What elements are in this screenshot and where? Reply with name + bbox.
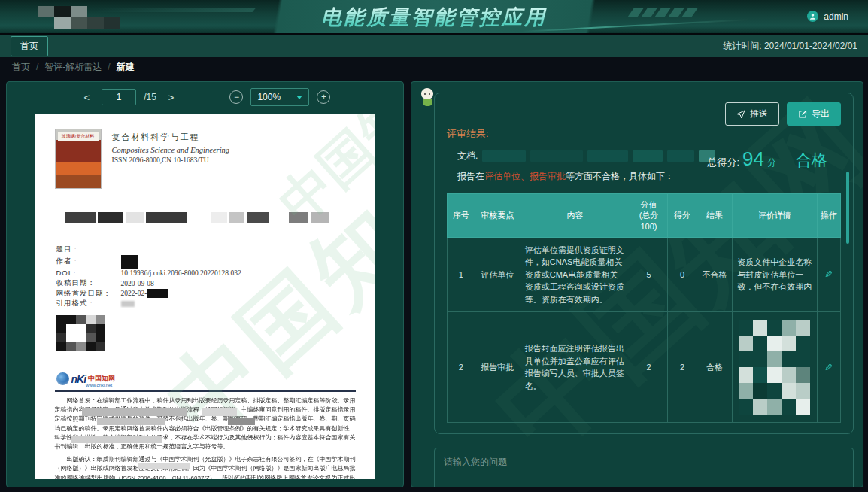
breadcrumb-separator: /	[108, 62, 110, 72]
zoom-level-value: 100%	[257, 92, 281, 102]
edit-icon[interactable]: ✎	[824, 267, 833, 282]
redaction-block	[530, 150, 583, 162]
failed-aspects: 评估单位、报告审批	[484, 171, 566, 181]
document-body-text: 网络首发：在编辑部工作流程中，稿件从录用到出版要经历录用定稿、排版定稿、整期汇编…	[55, 396, 356, 480]
redacted-stamp-image	[739, 320, 810, 415]
cnki-globe-icon	[56, 372, 69, 385]
breadcrumb: 首页 / 智评-解析雷达 / 新建	[0, 57, 868, 77]
paragraph-2: 出版确认：纸质期刊编辑部通过与《中国学术期刊（光盘版）》电子杂志社有限公司签约，…	[55, 455, 356, 479]
redaction-block	[482, 150, 526, 162]
field-value: 2022-02-	[121, 290, 147, 297]
col-content: 内容	[520, 194, 630, 238]
journal-cover-image: 玻璃钢/复合材料	[55, 129, 102, 189]
col-result: 结果	[697, 194, 733, 238]
redacted-title-blocks	[65, 211, 356, 223]
field-label: 引用格式：	[56, 299, 121, 308]
app-header: 导航 电能质量智能管控应用 admin	[0, 0, 868, 35]
export-button[interactable]: 导出	[787, 102, 841, 126]
redaction-block	[97, 418, 165, 425]
zoom-in-button[interactable]: +	[317, 90, 330, 104]
result-status: 不合格	[697, 237, 733, 312]
redacted-qr-block	[56, 315, 105, 351]
redaction-block	[667, 150, 694, 162]
journal-issn: ISSN 2096-8000,CN 10-1683/TU	[112, 156, 230, 164]
document-metadata: 题目： 作者： DOI：10.19936/j.cnki.2096-8000.20…	[56, 244, 356, 309]
field-value: 10.19936/j.cnki.2096-8000.20220128.032	[121, 269, 241, 277]
redaction-block	[82, 408, 187, 416]
scrollbar-thumb[interactable]	[846, 172, 849, 244]
doc-label: 文档.	[457, 150, 478, 162]
field-value: 2020-09-08	[121, 280, 154, 287]
result-status: 合格	[697, 312, 733, 423]
cnki-url: www.cnki.net	[86, 383, 112, 387]
redaction-block	[147, 289, 168, 298]
review-table: 序号 审核要点 内容 分值(总分100) 得分 结果 评价详情 操作 1 评估单…	[447, 193, 841, 423]
table-header-row: 序号 审核要点 内容 分值(总分100) 得分 结果 评价详情 操作	[448, 194, 841, 238]
breadcrumb-current: 新建	[117, 61, 135, 74]
stat-bar: 首页 统计时间: 2024/01/01-2024/02/01	[0, 35, 868, 57]
main-content: < /15 > − 100% + 中国知网 中国知网 玻璃钢/复合材料 复合材料…	[0, 77, 868, 492]
total-score: 总得分: 94 分 合格	[707, 147, 827, 171]
cnki-latin: nKi	[71, 373, 86, 385]
review-result-card: 推送 导出 评审结果: 文档. 报告在评估单位、报告审批等方面不合格，具体如下：	[434, 93, 854, 434]
next-page-button[interactable]: >	[164, 90, 179, 105]
col-detail: 评价详情	[733, 194, 817, 238]
table-row: 2 报告审批 报告封面应注明评估报告出具单位并加盖公章应有评估报告编写人员、审批…	[448, 312, 841, 423]
score-value: 94	[742, 147, 764, 171]
divider	[55, 390, 356, 392]
journal-header: 玻璃钢/复合材料 复合材料科学与工程 Composites Science an…	[55, 129, 356, 189]
review-result-label: 评审结果:	[447, 127, 841, 141]
page-total: /15	[144, 92, 156, 102]
field-label: 网络首发日期：	[56, 289, 121, 299]
review-panel: 中国知网 推送 导出 评审结果: 文档.	[411, 81, 863, 487]
redaction-block	[71, 436, 162, 443]
page-number-input[interactable]	[102, 89, 136, 105]
viewer-toolbar: < /15 > − 100% +	[7, 82, 403, 109]
export-icon	[798, 110, 807, 119]
table-row: 1 评估单位 评估单位需提供资质证明文件，如CNAS电能质量相关资质或CMA电能…	[448, 237, 841, 312]
redaction-block	[138, 463, 190, 469]
send-icon	[736, 110, 745, 119]
app-title: 电能质量智能管控应用	[321, 4, 547, 31]
cnki-logo: nKi 中国知网 www.cnki.net	[56, 371, 356, 387]
col-score-max: 分值(总分100)	[630, 194, 668, 238]
redaction-block	[228, 418, 255, 425]
field-label: 收稿日期：	[56, 278, 121, 288]
redaction-block	[587, 150, 628, 162]
journal-cover-label: 玻璃钢/复合材料	[58, 132, 99, 141]
push-button[interactable]: 推送	[725, 102, 779, 126]
user-menu[interactable]: admin	[807, 11, 848, 22]
question-input[interactable]	[435, 448, 853, 487]
question-input-box	[434, 448, 854, 487]
chevron-down-icon	[296, 96, 302, 99]
field-label: 作者：	[56, 257, 121, 266]
field-label: DOI：	[56, 269, 121, 278]
redaction-block	[121, 255, 138, 269]
redaction-block	[202, 408, 237, 416]
review-summary: 报告在评估单位、报告审批等方面不合格，具体如下：	[457, 170, 841, 183]
tab-home[interactable]: 首页	[11, 36, 48, 56]
stat-time: 统计时间: 2024/01/01-2024/02/01	[723, 40, 857, 53]
col-point: 审核要点	[475, 194, 520, 238]
prev-page-button[interactable]: <	[80, 90, 95, 105]
journal-title-cn: 复合材料科学与工程	[112, 132, 230, 143]
header-decoration-left	[94, 8, 256, 12]
document-page[interactable]: 中国知网 中国知网 玻璃钢/复合材料 复合材料科学与工程 Composites …	[35, 114, 375, 479]
username: admin	[824, 11, 848, 22]
col-action: 操作	[817, 194, 840, 238]
header-decoration-stripes	[628, 8, 698, 17]
col-score: 得分	[667, 194, 697, 238]
edit-icon[interactable]: ✎	[824, 360, 833, 375]
pdf-viewer-panel: < /15 > − 100% + 中国知网 中国知网 玻璃钢/复合材料 复合材料…	[6, 81, 404, 487]
breadcrumb-home[interactable]: 首页	[12, 61, 30, 74]
col-index: 序号	[448, 194, 475, 238]
zoom-level-select[interactable]: 100%	[250, 88, 309, 106]
breadcrumb-separator: /	[36, 62, 38, 72]
assistant-mascot	[419, 88, 436, 106]
redaction-block	[633, 150, 663, 162]
breadcrumb-radar[interactable]: 智评-解析雷达	[44, 61, 102, 74]
journal-title-en: Composites Science and Engineering	[112, 146, 230, 154]
field-label: 题目：	[56, 244, 121, 254]
zoom-out-button[interactable]: −	[229, 90, 243, 104]
verdict-badge: 合格	[796, 150, 827, 171]
